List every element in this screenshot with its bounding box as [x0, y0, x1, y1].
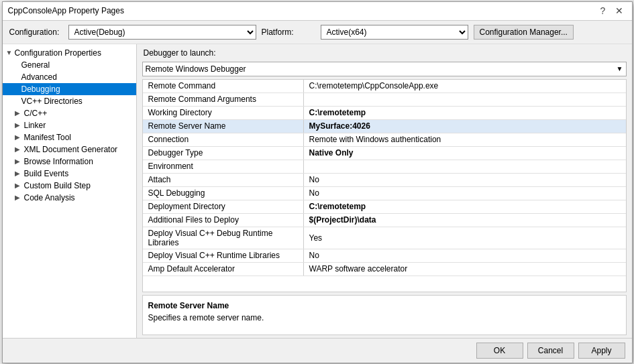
expand-icon: ▼ — [5, 49, 13, 57]
tree-root-label: Configuration Properties — [15, 48, 101, 58]
expand-code-analysis-icon: ▶ — [13, 194, 21, 202]
expand-xml-icon: ▶ — [13, 145, 21, 154]
prop-name-remote-command: Remote Command — [143, 80, 304, 93]
prop-value-remote-server: MySurface:4026 — [304, 120, 626, 133]
info-panel-title: Remote Server Name — [148, 301, 621, 310]
prop-row-sql-debug[interactable]: SQL Debugging No — [143, 187, 626, 200]
configuration-select[interactable]: Active(Debug) — [68, 25, 256, 40]
prop-value-working-dir: C:\remotetemp — [304, 107, 626, 119]
config-manager-button[interactable]: Configuration Manager... — [474, 25, 574, 40]
sidebar-item-custom-build[interactable]: ▶ Custom Build Step — [3, 180, 136, 192]
prop-row-remote-args[interactable]: Remote Command Arguments — [143, 93, 626, 107]
sidebar-item-general[interactable]: General — [3, 59, 136, 71]
prop-name-remote-args: Remote Command Arguments — [143, 93, 304, 106]
cancel-button[interactable]: Cancel — [527, 343, 574, 359]
sidebar-item-cpp[interactable]: ▶ C/C++ — [3, 107, 136, 119]
prop-name-environment: Environment — [143, 160, 304, 173]
prop-row-working-dir[interactable]: Working Directory C:\remotetemp — [143, 107, 626, 120]
sidebar-item-vc-directories-label: VC++ Directories — [21, 97, 83, 106]
sidebar-item-code-analysis[interactable]: ▶ Code Analysis — [3, 192, 136, 204]
expand-build-events-icon: ▶ — [13, 170, 21, 178]
sidebar-item-code-analysis-label: Code Analysis — [24, 193, 75, 202]
sidebar-item-debugging[interactable]: Debugging — [3, 83, 136, 95]
right-panel: Debugger to launch: Remote Windows Debug… — [137, 44, 632, 338]
prop-name-additional-files: Additional Files to Deploy — [143, 214, 304, 227]
expand-cpp-icon: ▶ — [13, 109, 21, 117]
close-button[interactable]: ✕ — [612, 4, 627, 17]
sidebar-item-advanced-label: Advanced — [21, 72, 57, 82]
prop-name-working-dir: Working Directory — [143, 107, 304, 119]
prop-name-attach: Attach — [143, 174, 304, 186]
sidebar-item-build-events-label: Build Events — [24, 169, 69, 178]
dialog-title: CppConsoleApp Property Pages — [8, 6, 124, 15]
main-content: ▼ Configuration Properties General Advan… — [3, 44, 632, 338]
platform-label: Platform: — [262, 27, 315, 37]
title-bar-left: CppConsoleApp Property Pages — [8, 6, 124, 15]
debugger-launch-label: Debugger to launch: — [144, 48, 216, 58]
sidebar-item-manifest-tool[interactable]: ▶ Manifest Tool — [3, 131, 136, 143]
sidebar-item-advanced[interactable]: Advanced — [3, 71, 136, 83]
prop-row-deploy-dir[interactable]: Deployment Directory C:\remotetemp — [143, 200, 626, 214]
prop-value-remote-command: C:\remotetemp\CppConsoleApp.exe — [304, 80, 626, 93]
prop-value-debugger-type: Native Only — [304, 147, 626, 160]
prop-value-environment — [304, 160, 626, 173]
sidebar-item-browse-info[interactable]: ▶ Browse Information — [3, 156, 136, 168]
platform-select[interactable]: Active(x64) — [321, 25, 468, 40]
sidebar-item-custom-build-label: Custom Build Step — [24, 181, 91, 190]
prop-row-remote-server[interactable]: Remote Server Name MySurface:4026 — [143, 120, 626, 133]
prop-name-amp-accel: Amp Default Accelerator — [143, 263, 304, 276]
prop-row-attach[interactable]: Attach No — [143, 174, 626, 187]
help-button[interactable]: ? — [596, 4, 611, 17]
title-bar-right: ? ✕ — [596, 4, 627, 17]
apply-button[interactable]: Apply — [578, 343, 625, 359]
debugger-dropdown[interactable]: Remote Windows Debugger ▼ — [142, 62, 627, 76]
prop-row-environment[interactable]: Environment — [143, 160, 626, 174]
prop-row-remote-command[interactable]: Remote Command C:\remotetemp\CppConsoleA… — [143, 80, 626, 93]
bottom-bar: OK Cancel Apply — [3, 338, 632, 363]
prop-value-remote-args — [304, 93, 626, 106]
prop-row-deploy-runtime-libs[interactable]: Deploy Visual C++ Runtime Libraries No — [143, 249, 626, 263]
sidebar-item-cpp-label: C/C++ — [24, 109, 48, 118]
prop-row-debugger-type[interactable]: Debugger Type Native Only — [143, 147, 626, 160]
sidebar-item-xml-doc[interactable]: ▶ XML Document Generator — [3, 143, 136, 156]
sidebar-item-linker-label: Linker — [24, 121, 46, 130]
property-pages-dialog: CppConsoleApp Property Pages ? ✕ Configu… — [2, 1, 633, 363]
expand-manifest-icon: ▶ — [13, 133, 21, 141]
expand-browse-icon: ▶ — [13, 158, 21, 166]
sidebar-item-manifest-tool-label: Manifest Tool — [24, 133, 71, 142]
prop-row-deploy-debug-libs[interactable]: Deploy Visual C++ Debug Runtime Librarie… — [143, 227, 626, 249]
prop-name-deploy-runtime-libs: Deploy Visual C++ Runtime Libraries — [143, 249, 304, 262]
expand-custom-build-icon: ▶ — [13, 182, 21, 190]
prop-name-deploy-dir: Deployment Directory — [143, 200, 304, 213]
prop-row-connection[interactable]: Connection Remote with Windows authentic… — [143, 133, 626, 147]
prop-value-deploy-debug-libs: Yes — [304, 227, 626, 249]
title-bar: CppConsoleApp Property Pages ? ✕ — [3, 2, 632, 21]
prop-value-deploy-runtime-libs: No — [304, 249, 626, 262]
properties-grid: Remote Command C:\remotetemp\CppConsoleA… — [142, 79, 627, 292]
sidebar-item-xml-doc-label: XML Document Generator — [24, 145, 118, 154]
debugger-dropdown-row: Remote Windows Debugger ▼ — [142, 62, 627, 76]
prop-name-remote-server: Remote Server Name — [143, 120, 304, 133]
prop-value-deploy-dir: C:\remotetemp — [304, 200, 626, 213]
prop-name-deploy-debug-libs: Deploy Visual C++ Debug Runtime Librarie… — [143, 227, 304, 249]
configuration-row: Configuration: Active(Debug) Platform: A… — [3, 21, 632, 44]
sidebar-item-vc-directories[interactable]: VC++ Directories — [3, 95, 136, 107]
sidebar-item-browse-info-label: Browse Information — [24, 157, 93, 166]
prop-name-connection: Connection — [143, 133, 304, 146]
prop-value-additional-files: $(ProjectDir)\data — [304, 214, 626, 227]
tree-panel: ▼ Configuration Properties General Advan… — [3, 44, 137, 338]
ok-button[interactable]: OK — [476, 343, 523, 359]
prop-value-connection: Remote with Windows authentication — [304, 133, 626, 146]
sidebar-item-debugging-label: Debugging — [21, 84, 60, 94]
prop-row-amp-accel[interactable]: Amp Default Accelerator WARP software ac… — [143, 263, 626, 276]
dropdown-arrow-icon: ▼ — [617, 65, 623, 72]
config-label: Configuration: — [9, 27, 63, 37]
sidebar-item-build-events[interactable]: ▶ Build Events — [3, 168, 136, 180]
prop-row-additional-files[interactable]: Additional Files to Deploy $(ProjectDir)… — [143, 214, 626, 227]
expand-linker-icon: ▶ — [13, 121, 21, 129]
prop-name-sql-debug: SQL Debugging — [143, 187, 304, 200]
sidebar-item-linker[interactable]: ▶ Linker — [3, 119, 136, 131]
info-panel-desc: Specifies a remote server name. — [148, 313, 621, 322]
tree-root-config-props[interactable]: ▼ Configuration Properties — [3, 47, 136, 59]
debugger-dropdown-value: Remote Windows Debugger — [146, 64, 246, 74]
